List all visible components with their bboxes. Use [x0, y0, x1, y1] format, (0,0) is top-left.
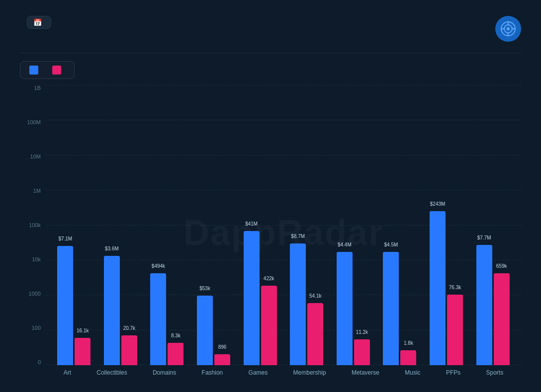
y-label-1b: 1B	[34, 85, 41, 91]
bar-blue-art: $7.1M	[57, 246, 73, 365]
x-label-music: Music	[405, 369, 420, 376]
bar-group-fashion: $53k896	[197, 296, 230, 365]
y-axis: 1B 100M 10M 1M 100k 10k 1000 100 0	[20, 85, 46, 380]
sales-label-games: 422k	[264, 276, 274, 281]
bar-red-art: 16.1k	[75, 338, 90, 365]
x-label-fashion: Fashion	[202, 369, 223, 376]
sales-label-domains: 8.3k	[171, 333, 180, 338]
volume-label-sports: $7.7M	[477, 235, 491, 240]
bar-red-membership: 54.1k	[307, 303, 323, 365]
bar-blue-domains: $494k	[150, 273, 166, 365]
title-row: 📅	[20, 16, 51, 29]
bar-red-sports: 659k	[494, 273, 510, 365]
sales-label-music: 1.8k	[404, 340, 413, 346]
bar-pair: $41M422k	[244, 231, 277, 365]
chart-plot: DappRadar $7.1M16.1k$3.6M20.7k$494k8.3k$…	[46, 85, 521, 380]
date-badge: 📅	[27, 16, 51, 29]
bar-red-fashion: 896	[214, 354, 230, 365]
bar-blue-fashion: $53k	[197, 296, 213, 365]
bar-pair: $3.6M20.7k	[104, 256, 137, 365]
bar-blue-sports: $7.7M	[476, 245, 492, 365]
page-header: 📅	[20, 16, 521, 42]
legend-volume	[29, 66, 42, 75]
x-label-pfps: PFPs	[446, 369, 460, 376]
volume-label-games: $41M	[245, 221, 258, 227]
bar-red-metaverse: 11.2k	[354, 339, 370, 365]
sales-label-collectibles: 20.7k	[123, 325, 135, 331]
bar-blue-music: $4.5M	[383, 252, 399, 365]
bar-red-pfps: 76.3k	[447, 295, 463, 365]
header-left: 📅	[20, 16, 51, 32]
bar-red-domains: 8.3k	[168, 343, 183, 365]
bar-pair: $7.7M659k	[476, 245, 510, 365]
bar-group-art: $7.1M16.1k	[57, 246, 90, 365]
x-labels: ArtCollectiblesDomainsFashionGamesMember…	[46, 365, 521, 380]
x-label-domains: Domains	[153, 369, 176, 376]
bar-group-sports: $7.7M659k	[476, 245, 510, 365]
x-label-games: Games	[249, 369, 268, 376]
calendar-icon: 📅	[33, 18, 42, 26]
y-label-1m: 1M	[33, 188, 41, 194]
sales-label-metaverse: 11.2k	[356, 329, 368, 335]
legend	[20, 61, 521, 79]
y-label-10m: 10M	[30, 154, 41, 159]
bar-pair: $53k896	[197, 296, 230, 365]
bar-group-music: $4.5M1.8k	[383, 252, 416, 365]
bar-pair: $494k8.3k	[150, 273, 183, 365]
volume-label-fashion: $53k	[199, 286, 210, 291]
bar-blue-metaverse: $4.4M	[337, 252, 353, 365]
y-label-100k: 100k	[29, 222, 41, 228]
bar-blue-membership: $8.7M	[290, 243, 306, 365]
bar-red-games: 422k	[261, 286, 277, 365]
sales-label-fashion: 896	[218, 344, 227, 350]
volume-label-pfps: $243M	[430, 201, 446, 207]
sales-label-sports: 659k	[496, 263, 507, 269]
y-label-100: 100	[32, 325, 41, 331]
bar-pair: $7.1M16.1k	[57, 246, 90, 365]
bar-blue-pfps: $243M	[430, 211, 446, 365]
sales-label-membership: 54.1k	[309, 293, 321, 299]
bar-group-pfps: $243M76.3k	[430, 211, 463, 365]
svg-point-2	[507, 27, 510, 30]
bar-red-music: 1.8k	[400, 350, 416, 365]
sales-color-swatch	[52, 66, 61, 75]
bar-group-membership: $8.7M54.1k	[290, 243, 323, 365]
bars-container: $7.1M16.1k$3.6M20.7k$494k8.3k$53k896$41M…	[46, 85, 521, 365]
volume-label-membership: $8.7M	[291, 234, 305, 239]
y-label-100m: 100M	[27, 119, 41, 125]
legend-sales	[52, 66, 65, 75]
x-label-collectibles: Collectibles	[96, 369, 127, 376]
bar-pair: $4.4M11.2k	[337, 252, 370, 365]
logo	[495, 16, 521, 42]
volume-label-metaverse: $4.4M	[338, 242, 352, 247]
bar-red-collectibles: 20.7k	[121, 335, 137, 365]
legend-box	[20, 61, 75, 79]
x-label-metaverse: Metaverse	[352, 369, 379, 376]
sales-label-art: 16.1k	[77, 328, 89, 333]
y-label-0: 0	[38, 359, 41, 365]
sales-label-pfps: 76.3k	[449, 285, 461, 290]
bar-pair: $4.5M1.8k	[383, 252, 416, 365]
bar-pair: $243M76.3k	[430, 211, 463, 365]
bar-blue-games: $41M	[244, 231, 260, 365]
bar-group-collectibles: $3.6M20.7k	[104, 256, 137, 365]
bar-group-games: $41M422k	[244, 231, 277, 365]
bar-group-metaverse: $4.4M11.2k	[337, 252, 370, 365]
volume-color-swatch	[29, 66, 38, 75]
volume-label-music: $4.5M	[384, 242, 398, 247]
x-label-membership: Membership	[293, 369, 326, 376]
header-divider	[20, 53, 521, 53]
volume-label-collectibles: $3.6M	[105, 246, 119, 251]
y-label-10k: 10k	[32, 256, 41, 262]
bar-blue-collectibles: $3.6M	[104, 256, 120, 365]
chart-area: 1B 100M 10M 1M 100k 10k 1000 100 0 DappR…	[20, 85, 521, 380]
y-label-1000: 1000	[29, 291, 41, 297]
volume-label-domains: $494k	[152, 263, 165, 269]
chart-inner: 1B 100M 10M 1M 100k 10k 1000 100 0 DappR…	[20, 85, 521, 380]
x-label-sports: Sports	[486, 369, 504, 376]
bar-group-domains: $494k8.3k	[150, 273, 183, 365]
bar-pair: $8.7M54.1k	[290, 243, 323, 365]
x-label-art: Art	[64, 369, 71, 376]
volume-label-art: $7.1M	[58, 236, 72, 241]
